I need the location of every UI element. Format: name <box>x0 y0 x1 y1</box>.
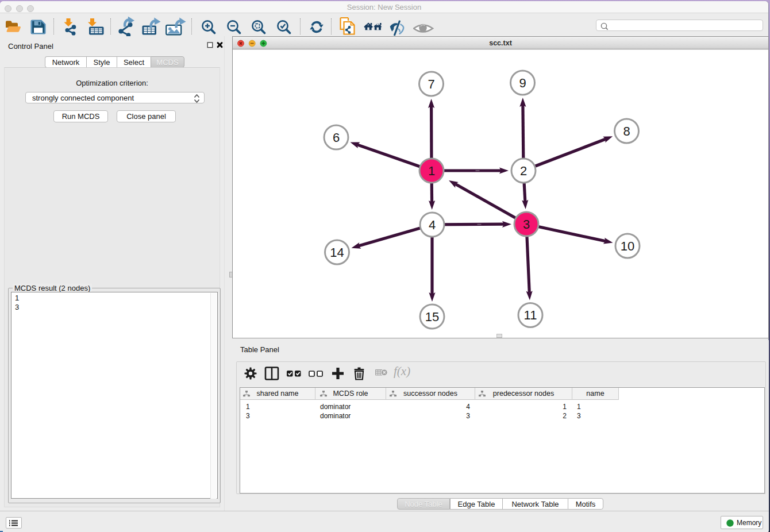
svg-text:1: 1 <box>428 164 435 178</box>
svg-text:7: 7 <box>428 77 434 91</box>
svg-text:8: 8 <box>623 124 630 138</box>
svg-text:2: 2 <box>520 164 527 178</box>
svg-text:14: 14 <box>330 245 344 260</box>
svg-text:10: 10 <box>621 239 634 253</box>
svg-text:15: 15 <box>425 310 439 324</box>
svg-text:3: 3 <box>523 217 530 232</box>
svg-text:6: 6 <box>333 130 340 145</box>
svg-text:9: 9 <box>519 76 526 90</box>
svg-text:4: 4 <box>429 218 436 232</box>
svg-text:11: 11 <box>524 308 537 322</box>
